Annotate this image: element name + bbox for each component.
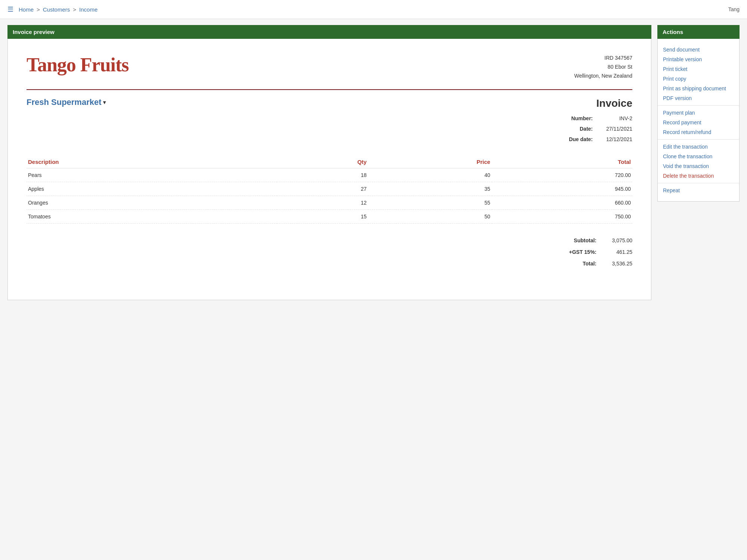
company-ird: IRD 347567 <box>574 54 632 63</box>
action-print-ticket[interactable]: Print ticket <box>663 64 734 74</box>
action-pdf-version[interactable]: PDF version <box>663 93 734 103</box>
company-address2: Wellington, New Zealand <box>574 72 632 81</box>
breadcrumb: ☰ Home > Customers > Income <box>7 5 97 13</box>
col-price: Price <box>368 156 492 168</box>
invoice-panel-body: Tango Fruits IRD 347567 80 Ebor St Welli… <box>7 39 651 300</box>
action-group-0: Send documentPrintable versionPrint tick… <box>658 43 739 106</box>
main-layout: Invoice preview Tango Fruits IRD 347567 … <box>0 19 747 306</box>
action-clone-the-transaction[interactable]: Clone the transaction <box>663 152 734 161</box>
action-delete-the-transaction[interactable]: Delete the transaction <box>663 171 734 181</box>
item-description: Pears <box>27 168 277 182</box>
item-price: 55 <box>368 196 492 210</box>
item-total: 720.00 <box>492 168 632 182</box>
table-row: Oranges 12 55 660.00 <box>27 196 632 210</box>
invoice-divider <box>27 89 632 90</box>
item-qty: 18 <box>277 168 368 182</box>
company-address: IRD 347567 80 Ebor St Wellington, New Ze… <box>574 54 632 80</box>
breadcrumb-sep-1: > <box>37 6 40 13</box>
action-printable-version[interactable]: Printable version <box>663 55 734 64</box>
item-total: 945.00 <box>492 182 632 196</box>
due-date-value: 12/12/2021 <box>599 134 632 144</box>
item-price: 35 <box>368 182 492 196</box>
breadcrumb-sep-2: > <box>73 6 76 13</box>
customer-dropdown-icon[interactable]: ▾ <box>103 99 106 105</box>
action-print-as-shipping-document[interactable]: Print as shipping document <box>663 84 734 93</box>
invoice-title: Invoice <box>563 97 632 109</box>
action-print-copy[interactable]: Print copy <box>663 74 734 84</box>
action-record-payment[interactable]: Record payment <box>663 118 734 127</box>
invoice-panel: Invoice preview Tango Fruits IRD 347567 … <box>7 25 651 300</box>
item-price: 50 <box>368 210 492 224</box>
action-repeat[interactable]: Repeat <box>663 186 734 195</box>
invoice-panel-header: Invoice preview <box>7 25 651 39</box>
action-send-document[interactable]: Send document <box>663 45 734 55</box>
subtotal-value: 3,075.00 <box>602 235 632 246</box>
item-description: Apples <box>27 182 277 196</box>
company-address1: 80 Ebor St <box>574 63 632 72</box>
item-qty: 12 <box>277 196 368 210</box>
date-value: 27/11/2021 <box>599 124 632 134</box>
table-row: Apples 27 35 945.00 <box>27 182 632 196</box>
table-row: Tomatoes 15 50 750.00 <box>27 210 632 224</box>
hamburger-icon[interactable]: ☰ <box>7 5 13 13</box>
breadcrumb-income[interactable]: Income <box>79 6 97 13</box>
date-label: Date: <box>563 124 593 134</box>
total-label: Total: <box>552 258 596 270</box>
invoice-meta-row: Fresh Supermarket ▾ Invoice Number: INV-… <box>27 97 632 144</box>
table-row: Pears 18 40 720.00 <box>27 168 632 182</box>
invoice-title-block: Invoice Number: INV-2 Date: 27/11/2021 D… <box>563 97 632 144</box>
action-payment-plan[interactable]: Payment plan <box>663 108 734 118</box>
subtotal-label: Subtotal: <box>552 235 596 246</box>
col-total: Total <box>492 156 632 168</box>
actions-body: Send documentPrintable versionPrint tick… <box>657 39 740 202</box>
actions-panel: Actions Send documentPrintable versionPr… <box>657 25 740 300</box>
invoice-header-row: Tango Fruits IRD 347567 80 Ebor St Welli… <box>27 54 632 80</box>
user-label: Tang <box>728 6 740 12</box>
col-qty: Qty <box>277 156 368 168</box>
gst-value: 461.25 <box>602 246 632 258</box>
totals-block: Subtotal: 3,075.00 +GST 15%: 461.25 Tota… <box>27 235 632 269</box>
col-description: Description <box>27 156 277 168</box>
action-group-1: Payment planRecord paymentRecord return/… <box>658 106 739 140</box>
company-logo: Tango Fruits <box>27 54 129 76</box>
top-nav: ☰ Home > Customers > Income Tang <box>0 0 747 19</box>
item-qty: 15 <box>277 210 368 224</box>
item-total: 750.00 <box>492 210 632 224</box>
invoice-details: Number: INV-2 Date: 27/11/2021 Due date:… <box>563 113 632 144</box>
customer-name[interactable]: Fresh Supermarket ▾ <box>27 97 106 107</box>
items-table: Description Qty Price Total Pears 18 40 … <box>27 156 632 224</box>
item-price: 40 <box>368 168 492 182</box>
action-edit-the-transaction[interactable]: Edit the transaction <box>663 142 734 152</box>
action-void-the-transaction[interactable]: Void the transaction <box>663 161 734 171</box>
actions-header: Actions <box>657 25 740 39</box>
breadcrumb-customers[interactable]: Customers <box>43 6 70 13</box>
item-total: 660.00 <box>492 196 632 210</box>
total-value: 3,536.25 <box>602 258 632 270</box>
action-group-3: Repeat <box>658 183 739 197</box>
item-qty: 27 <box>277 182 368 196</box>
item-description: Oranges <box>27 196 277 210</box>
number-value: INV-2 <box>599 113 632 124</box>
gst-label: +GST 15%: <box>552 246 596 258</box>
breadcrumb-home[interactable]: Home <box>19 6 34 13</box>
action-record-return/refund[interactable]: Record return/refund <box>663 127 734 137</box>
item-description: Tomatoes <box>27 210 277 224</box>
action-group-2: Edit the transactionClone the transactio… <box>658 140 739 183</box>
totals-table: Subtotal: 3,075.00 +GST 15%: 461.25 Tota… <box>552 235 632 269</box>
number-label: Number: <box>563 113 593 124</box>
due-date-label: Due date: <box>563 134 593 144</box>
